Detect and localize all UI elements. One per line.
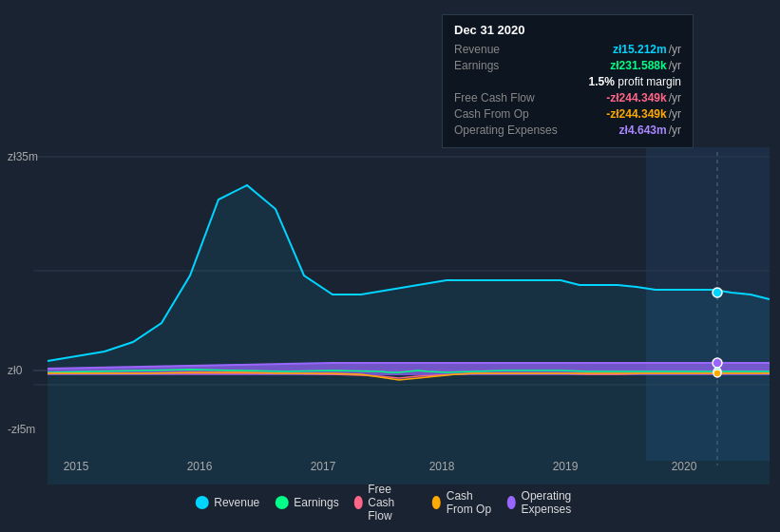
legend-label-earnings: Earnings xyxy=(294,496,338,509)
legend-dot-fcf xyxy=(354,496,363,509)
tooltip-row-fcf: Free Cash Flow -zł244.349k/yr xyxy=(454,91,681,104)
x-label-2018: 2018 xyxy=(429,460,455,473)
x-label-2017: 2017 xyxy=(311,460,336,473)
x-label-2019: 2019 xyxy=(553,460,579,473)
legend-item-opex[interactable]: Operating Expenses xyxy=(507,489,585,516)
svg-point-8 xyxy=(713,358,722,368)
tooltip-box: Dec 31 2020 Revenue zł15.212m/yr Earning… xyxy=(442,14,694,148)
tooltip-value-fcf: -zł244.349k/yr xyxy=(606,91,681,104)
tooltip-label-revenue: Revenue xyxy=(454,43,549,56)
legend-dot-earnings xyxy=(275,496,288,509)
tooltip-value-cashop: -zł244.349k/yr xyxy=(606,107,681,121)
legend-dot-revenue xyxy=(195,496,208,509)
tooltip-row-revenue: Revenue zł15.212m/yr xyxy=(454,43,681,56)
y-label-bot: -zł5m xyxy=(8,423,35,436)
tooltip-value-earnings: zł231.588k/yr xyxy=(610,59,681,72)
x-label-2020: 2020 xyxy=(672,460,697,473)
tooltip-row-earnings: Earnings zł231.588k/yr xyxy=(454,59,681,72)
chart-container: zł35m zł0 -zł5m 2015 2016 2017 2018 2019… xyxy=(0,0,780,532)
tooltip-row-cashop: Cash From Op -zł244.349k/yr xyxy=(454,107,681,121)
tooltip-value-revenue: zł15.212m/yr xyxy=(613,43,681,56)
tooltip-label-opex: Operating Expenses xyxy=(454,124,558,137)
svg-point-10 xyxy=(713,370,721,377)
legend-label-cashop: Cash From Op xyxy=(447,489,492,516)
svg-point-7 xyxy=(713,288,722,297)
legend-item-revenue[interactable]: Revenue xyxy=(195,496,259,509)
x-label-2016: 2016 xyxy=(187,460,213,473)
legend-dot-cashop xyxy=(432,496,441,509)
tooltip-row-opex: Operating Expenses zł4.643m/yr xyxy=(454,124,681,137)
legend-label-revenue: Revenue xyxy=(214,496,259,509)
legend-item-cashop[interactable]: Cash From Op xyxy=(432,489,492,516)
legend-item-earnings[interactable]: Earnings xyxy=(275,496,338,509)
tooltip-label-fcf: Free Cash Flow xyxy=(454,91,549,104)
legend-dot-opex xyxy=(507,496,516,509)
legend-label-opex: Operating Expenses xyxy=(522,489,585,516)
y-label-mid: zł0 xyxy=(8,364,22,377)
legend-item-fcf[interactable]: Free Cash Flow xyxy=(354,483,418,522)
tooltip-profit-margin: 1.5% profit margin xyxy=(589,75,681,88)
tooltip-label-earnings: Earnings xyxy=(454,59,549,72)
x-label-2015: 2015 xyxy=(64,460,89,473)
tooltip-value-opex: zł4.643m/yr xyxy=(619,124,681,137)
tooltip-row-margin: 1.5% profit margin xyxy=(454,75,681,88)
y-label-top: zł35m xyxy=(8,150,38,163)
chart-legend: Revenue Earnings Free Cash Flow Cash Fro… xyxy=(195,483,585,522)
tooltip-label-cashop: Cash From Op xyxy=(454,107,549,121)
tooltip-date: Dec 31 2020 xyxy=(454,23,681,37)
legend-label-fcf: Free Cash Flow xyxy=(368,483,417,522)
